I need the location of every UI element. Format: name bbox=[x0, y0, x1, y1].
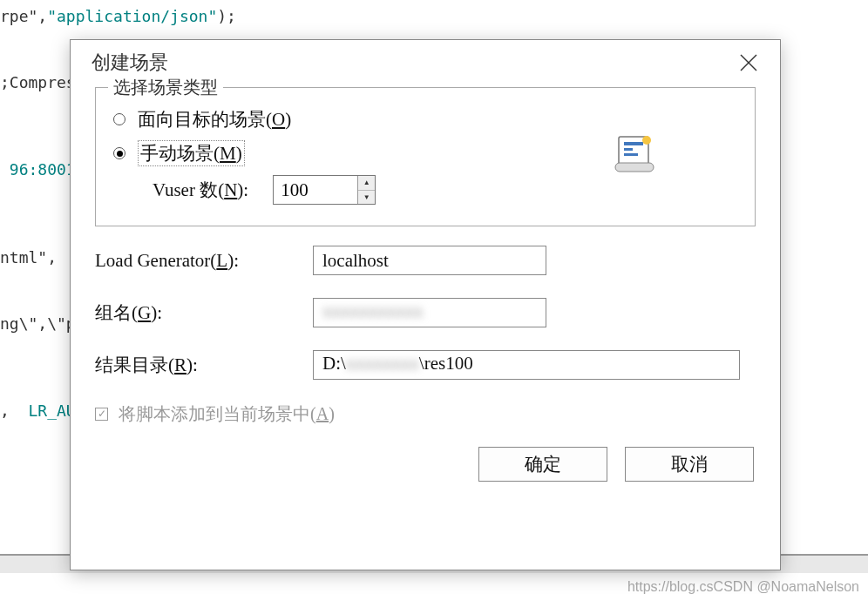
svg-rect-3 bbox=[615, 163, 654, 172]
result-dir-label: 结果目录(R): bbox=[95, 353, 313, 377]
fieldset-legend: 选择场景类型 bbox=[108, 76, 223, 99]
result-dir-input[interactable]: D:\xxxxxxxx\res100 bbox=[313, 350, 740, 380]
vuser-spinner[interactable]: ▲ ▼ bbox=[273, 175, 376, 205]
blurred-text: xxxxxxxx bbox=[346, 353, 419, 374]
scenario-type-fieldset: 选择场景类型 面向目标的场景(O) 手动场景(M) Vuser 数(N): ▲ … bbox=[95, 87, 756, 226]
svg-point-7 bbox=[642, 136, 651, 145]
close-icon bbox=[739, 53, 758, 72]
close-button[interactable] bbox=[731, 45, 766, 80]
cancel-button[interactable]: 取消 bbox=[625, 447, 754, 482]
checkbox-label: 将脚本添加到当前场景中(A) bbox=[119, 402, 335, 426]
spinner-down-button[interactable]: ▼ bbox=[358, 191, 375, 205]
result-dir-row: 结果目录(R): D:\xxxxxxxx\res100 bbox=[95, 350, 756, 380]
group-name-label: 组名(G): bbox=[95, 300, 313, 325]
create-scenario-dialog: 创建场景 选择场景类型 面向目标的场景(O) 手动场景(M) Vuser 数(N… bbox=[70, 39, 781, 570]
add-script-checkbox-row: ✓ 将脚本添加到当前场景中(A) bbox=[95, 402, 756, 426]
load-generator-row: Load Generator(L): bbox=[95, 246, 756, 275]
vuser-input[interactable] bbox=[274, 176, 357, 204]
watermark: https://blog.csCSDN @NoamaNelson bbox=[627, 579, 859, 595]
vuser-row: Vuser 数(N): ▲ ▼ bbox=[153, 175, 737, 205]
scenario-icon bbox=[614, 135, 655, 173]
dialog-title: 创建场景 bbox=[92, 50, 168, 76]
button-row: 确定 取消 bbox=[95, 447, 756, 482]
svg-rect-4 bbox=[624, 142, 643, 145]
group-name-input[interactable]: xxxxxxxxxxx bbox=[313, 298, 546, 327]
spinner-buttons: ▲ ▼ bbox=[357, 176, 375, 204]
radio-goal-scenario[interactable]: 面向目标的场景(O) bbox=[113, 107, 737, 132]
vuser-label: Vuser 数(N): bbox=[153, 178, 248, 202]
blurred-text: xxxxxxxxxxx bbox=[322, 300, 424, 321]
dialog-content: 选择场景类型 面向目标的场景(O) 手动场景(M) Vuser 数(N): ▲ … bbox=[71, 84, 780, 496]
svg-rect-6 bbox=[624, 153, 638, 156]
load-generator-input[interactable] bbox=[313, 246, 546, 275]
spinner-up-button[interactable]: ▲ bbox=[358, 176, 375, 191]
radio-icon bbox=[113, 147, 125, 159]
radio-label: 面向目标的场景(O) bbox=[138, 107, 291, 132]
radio-label: 手动场景(M) bbox=[138, 140, 245, 166]
svg-rect-5 bbox=[624, 148, 633, 151]
load-generator-label: Load Generator(L): bbox=[95, 250, 313, 272]
radio-icon bbox=[113, 113, 125, 125]
group-name-row: 组名(G): xxxxxxxxxxx bbox=[95, 298, 756, 327]
checkbox-icon: ✓ bbox=[95, 408, 108, 421]
ok-button[interactable]: 确定 bbox=[478, 447, 607, 482]
